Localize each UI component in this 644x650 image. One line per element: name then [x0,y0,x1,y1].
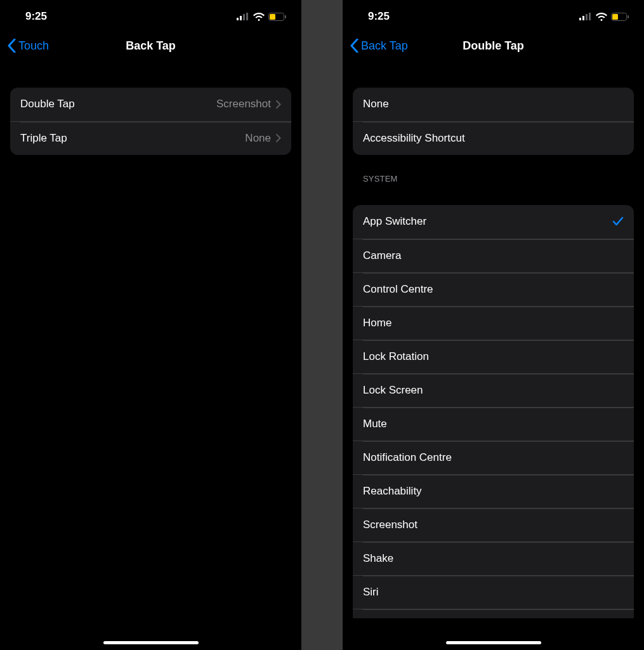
cellular-icon [237,13,249,20]
row-label: Notification Centre [363,451,452,464]
nav-bar: Touch Back Tap [0,30,301,66]
svg-rect-1 [240,16,242,20]
nav-bar: Back Tap Double Tap [343,30,644,66]
right-screen: 9:25 Back Tap Double Tap None Accessibil… [343,0,644,650]
row-label: Screenshot [363,519,417,531]
row-label: Lock Screen [363,384,423,397]
system-group-header: SYSTEM [353,174,634,183]
chevron-left-icon [350,39,358,53]
row-system-option[interactable]: Reachability [353,474,634,508]
system-group: App SwitcherCameraControl CentreHomeLock… [353,205,634,618]
row-system-option[interactable]: Siri [353,575,634,609]
svg-rect-7 [579,18,581,20]
svg-rect-12 [612,14,618,20]
status-time: 9:25 [25,10,47,23]
cellular-icon [579,13,592,20]
row-system-option[interactable]: Notification Centre [353,441,634,474]
page-title: Double Tap [463,39,524,53]
wifi-icon [253,13,265,21]
row-system-option[interactable]: Shake [353,541,634,575]
row-label: None [363,98,389,110]
row-system-option[interactable]: Home [353,306,634,340]
row-label: Mute [363,418,387,430]
battery-icon [611,13,629,21]
row-system-option[interactable]: Spotlight [353,609,634,618]
row-accessibility-shortcut[interactable]: Accessibility Shortcut [353,121,634,155]
wifi-icon [596,13,607,21]
checkmark-icon [612,216,624,227]
status-time: 9:25 [368,10,390,23]
row-system-option[interactable]: Lock Screen [353,373,634,407]
row-system-option[interactable]: Mute [353,407,634,441]
options-group-1: None Accessibility Shortcut [353,88,634,155]
row-label: Control Centre [363,283,433,296]
svg-rect-8 [582,16,584,20]
back-label: Back Tap [361,39,408,53]
row-system-option[interactable]: Camera [353,239,634,272]
status-bar: 9:25 [343,0,644,30]
row-label: Double Tap [20,98,75,110]
page-title: Back Tap [126,39,176,53]
svg-rect-2 [243,14,245,20]
row-label: App Switcher [363,215,426,228]
svg-rect-5 [270,14,275,20]
status-bar: 9:25 [0,0,301,30]
chevron-right-icon [276,134,281,142]
row-label: Reachability [363,485,422,498]
row-system-option[interactable]: Control Centre [353,272,634,306]
back-label: Touch [18,39,49,53]
battery-icon [268,13,286,21]
row-double-tap[interactable]: Double Tap Screenshot [10,88,291,121]
home-indicator[interactable] [103,641,199,644]
row-triple-tap[interactable]: Triple Tap None [10,121,291,155]
row-label: Home [363,317,391,329]
row-value: Screenshot [216,98,271,110]
row-value: None [245,132,271,145]
home-indicator[interactable] [446,641,541,644]
row-system-option[interactable]: Screenshot [353,508,634,541]
svg-rect-6 [285,15,286,18]
row-none[interactable]: None [353,88,634,121]
row-label: Triple Tap [20,132,67,145]
row-label: Lock Rotation [363,350,429,363]
row-label: Camera [363,249,401,262]
svg-rect-10 [589,13,591,20]
back-button[interactable]: Back Tap [350,39,408,53]
row-system-option[interactable]: Lock Rotation [353,340,634,373]
svg-rect-0 [237,18,239,20]
left-screen: 9:25 Touch Back Tap Double Tap Screensho… [0,0,301,650]
chevron-right-icon [276,100,281,109]
row-label: Siri [363,586,379,599]
svg-rect-3 [246,13,248,20]
chevron-left-icon [8,39,16,53]
svg-rect-13 [628,15,629,18]
status-icons [579,13,629,21]
svg-rect-9 [586,14,588,20]
status-icons [237,13,286,21]
back-button[interactable]: Touch [8,39,49,53]
row-label: Accessibility Shortcut [363,132,465,145]
row-label: Shake [363,552,393,565]
row-system-option[interactable]: App Switcher [353,205,634,239]
back-tap-group: Double Tap Screenshot Triple Tap None [10,88,291,155]
